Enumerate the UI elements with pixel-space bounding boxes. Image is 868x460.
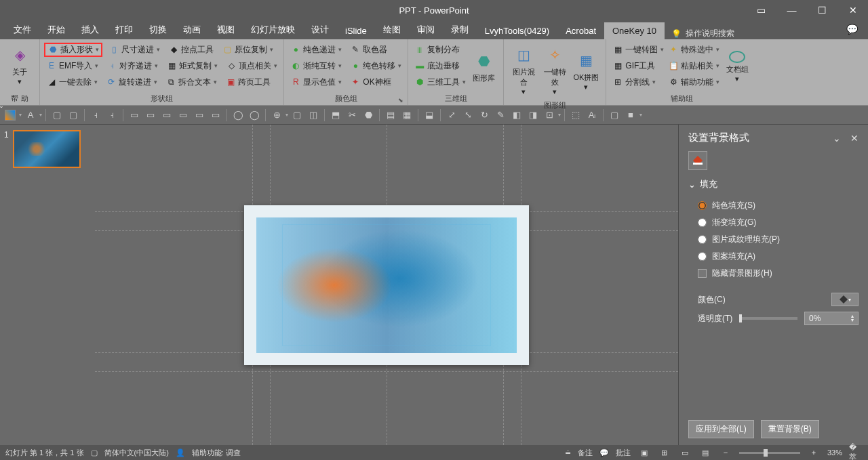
sorter-view-button[interactable]: ⊞ — [658, 448, 671, 457]
ok-collage-button[interactable]: ▦OK拼图▾ — [570, 41, 601, 99]
tab-animations[interactable]: 动画 — [175, 20, 209, 39]
ok-frame-button[interactable]: ✦OK神框 — [348, 76, 393, 89]
slide-canvas[interactable] — [95, 125, 678, 445]
accessibility-status[interactable]: 辅助功能: 调查 — [192, 448, 241, 458]
slideshow-view-button[interactable]: ▤ — [698, 448, 712, 457]
zoom-in-button[interactable]: + — [807, 448, 821, 457]
comments-icon[interactable]: 💬 — [846, 24, 858, 35]
transparency-label: 透明度(T) — [698, 313, 732, 325]
zoom-slider[interactable] — [739, 452, 800, 454]
picture-fill-option[interactable]: 图片或纹理填充(P) — [688, 231, 859, 248]
gif-tools-button[interactable]: ▦GIF工具 — [610, 60, 657, 72]
align-progress-button[interactable]: ⫞对齐递进▾ — [104, 60, 160, 72]
zoom-out-button[interactable]: − — [719, 448, 732, 457]
comments-button[interactable]: 批注 — [616, 448, 631, 458]
spell-check-icon[interactable]: ▢ — [91, 448, 98, 457]
window-controls: ▭ — ☐ ✕ — [746, 0, 868, 20]
tab-slideshow[interactable]: 幻灯片放映 — [243, 20, 303, 39]
gradient-fill-option[interactable]: 渐变填充(G) — [688, 214, 859, 231]
insert-shape-button[interactable]: ⬣插入形状▾ — [44, 43, 102, 57]
rotate-progress-button[interactable]: ⟳旋转递进▾ — [104, 76, 159, 89]
transparency-value[interactable]: 0%▴▾ — [804, 312, 859, 325]
tab-lvyhtools[interactable]: LvyhTools(0429) — [477, 22, 557, 39]
pattern-fill-option[interactable]: 图案填充(A) — [688, 248, 859, 265]
split-text-button[interactable]: ⧉拆合文本▾ — [163, 76, 219, 89]
ribbon-group-color: ●纯色递进▾ ✎取色器 ◐渐纯互转▾ ●纯色转移▾ R显示色值▾ ✦OK神框 颜… — [284, 39, 408, 105]
color-picker-button[interactable]: ▾ — [831, 293, 859, 306]
vertex-related-button[interactable]: ◇顶点相关▾ — [224, 60, 279, 72]
minimize-button[interactable]: — — [776, 0, 807, 20]
hide-bg-graphics-checkbox[interactable]: 隐藏背景图形(H) — [688, 265, 859, 282]
tab-home[interactable]: 开始 — [39, 20, 73, 39]
cross-page-button[interactable]: ▣跨页工具 — [223, 76, 273, 89]
collapse-ribbon-button[interactable]: ˇ — [0, 106, 868, 115]
comments-icon2: 💬 — [599, 448, 609, 457]
bottom-shift-button[interactable]: ▬底边垂移 — [412, 60, 462, 72]
solid-fill-option[interactable]: 纯色填充(S) — [688, 197, 859, 214]
special-select-button[interactable]: ✦特殊选中▾ — [666, 43, 722, 56]
one-click-remove-button[interactable]: ◢一键去除▾ — [44, 76, 100, 89]
tell-me-search[interactable]: 💡 操作说明搜索 — [671, 28, 734, 39]
maximize-button[interactable]: ☐ — [807, 0, 837, 20]
fill-section-header[interactable]: ⌄ 填充 — [688, 178, 859, 190]
image-blend-button[interactable]: ◫图片混合▾ — [508, 41, 539, 99]
shape-library-button[interactable]: ⬣ 图形库 — [468, 41, 499, 92]
doc-icon — [729, 51, 745, 63]
panel-close-icon[interactable]: ✕ — [850, 133, 859, 144]
thumbnail-1[interactable]: 1 — [4, 130, 91, 168]
zoom-level[interactable]: 33% — [827, 448, 842, 457]
blend-icon: ◫ — [513, 44, 534, 66]
divider-button[interactable]: ⊞分割线▾ — [610, 76, 658, 89]
tab-review[interactable]: 审阅 — [409, 20, 443, 39]
solid-progress-button[interactable]: ●纯色递进▾ — [288, 43, 344, 56]
copy-icon: ▢ — [222, 44, 233, 55]
tab-file[interactable]: 文件 — [5, 20, 39, 39]
normal-view-button[interactable]: ▣ — [637, 448, 651, 457]
tab-islide[interactable]: iSlide — [337, 22, 375, 39]
svg-rect-1 — [693, 163, 703, 165]
fx-icon: ✧ — [544, 44, 566, 66]
tab-transitions[interactable]: 切换 — [141, 20, 175, 39]
tab-design[interactable]: 设计 — [303, 20, 337, 39]
tab-record[interactable]: 录制 — [443, 20, 477, 39]
close-button[interactable]: ✕ — [837, 0, 868, 20]
tab-insert[interactable]: 插入 — [73, 20, 107, 39]
fit-window-button[interactable]: �萃 — [849, 443, 863, 460]
emf-import-button[interactable]: EEMF导入▾ — [44, 60, 100, 72]
reading-view-button[interactable]: ▭ — [678, 448, 692, 457]
tab-draw[interactable]: 绘图 — [375, 20, 409, 39]
fill-tab-icon[interactable] — [688, 151, 707, 170]
slide-indicator[interactable]: 幻灯片 第 1 张，共 1 张 — [5, 448, 84, 458]
reset-bg-button[interactable]: 重置背景(B) — [761, 420, 819, 438]
thumbnail-number: 1 — [4, 130, 9, 168]
size-progress-button[interactable]: ▯尺寸递进▾ — [106, 43, 162, 56]
gradient-swap-button[interactable]: ◐渐纯互转▾ — [288, 60, 344, 72]
tab-view[interactable]: 视图 — [209, 20, 243, 39]
ribbon-options-icon[interactable]: ▭ — [746, 0, 776, 20]
transparency-slider[interactable] — [739, 317, 797, 320]
aux-functions-button[interactable]: ⚙辅助功能▾ — [666, 76, 722, 89]
color-transfer-button[interactable]: ●纯色转移▾ — [348, 60, 403, 72]
copy-distribute-button[interactable]: ⫼复制分布 — [412, 43, 462, 56]
matrix-copy-button[interactable]: ▦矩式复制▾ — [164, 60, 220, 72]
control-point-button[interactable]: ◆控点工具 — [166, 43, 216, 56]
panel-dropdown-icon[interactable]: ⌄ — [833, 133, 841, 144]
doc-group-button[interactable]: 文档组▾ — [722, 41, 753, 92]
slide[interactable] — [244, 205, 529, 365]
eyedropper-button[interactable]: ✎取色器 — [348, 43, 389, 56]
language-indicator[interactable]: 简体中文(中国大陆) — [104, 448, 169, 458]
divider-icon: ⊞ — [612, 77, 623, 87]
tab-print[interactable]: 打印 — [107, 20, 141, 39]
one-click-fx-button[interactable]: ✧一键特效▾ — [539, 41, 570, 99]
paste-related-button[interactable]: 📋粘贴相关▾ — [666, 60, 722, 72]
about-button[interactable]: ◈ 关于 ▾ — [4, 41, 35, 89]
tab-onekey10[interactable]: OneKey 10 — [604, 22, 665, 39]
dialog-launcher-icon[interactable]: ⬊ — [398, 97, 403, 104]
apply-all-button[interactable]: 应用到全部(L) — [688, 420, 754, 438]
show-color-value-button[interactable]: R显示色值▾ — [288, 76, 344, 89]
3d-tools-button[interactable]: ⬢三维工具▾ — [412, 76, 468, 89]
tab-acrobat[interactable]: Acrobat — [557, 22, 604, 39]
convert-image-button[interactable]: ▦一键转图▾ — [610, 43, 666, 56]
notes-button[interactable]: 备注 — [578, 448, 593, 458]
in-place-copy-button[interactable]: ▢原位复制▾ — [220, 43, 275, 56]
